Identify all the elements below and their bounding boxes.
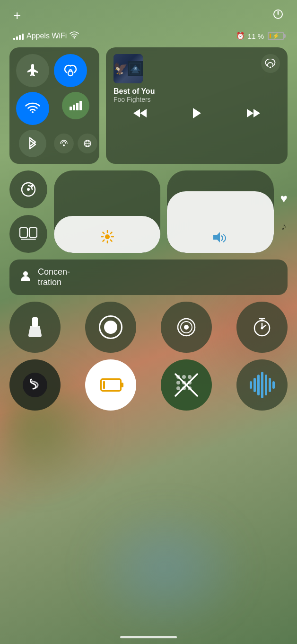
connectivity-panel xyxy=(9,47,99,164)
heart-icon[interactable]: ♥ xyxy=(280,191,288,206)
row-apps xyxy=(9,359,288,411)
np-top: ✦ xyxy=(114,54,280,83)
svg-rect-23 xyxy=(29,228,37,237)
voice-recognition-button[interactable] xyxy=(236,359,288,411)
battery-widget-outline xyxy=(100,378,122,392)
cellular-signal-icon xyxy=(70,101,82,110)
airdrop-small-button[interactable] xyxy=(54,134,74,153)
album-art-image: ✦ xyxy=(114,54,143,83)
alarm-icon: ⏰ xyxy=(236,32,245,40)
artist-name: Foo Fighters xyxy=(114,96,280,103)
dot-record-button[interactable] xyxy=(161,302,212,353)
control-center: ✦ Best of You xyxy=(0,47,297,411)
concentration-button[interactable]: Concen-tration xyxy=(9,259,288,295)
volume-slider[interactable] xyxy=(167,170,273,253)
screen-mirror-button[interactable] xyxy=(9,215,47,253)
person-icon xyxy=(19,269,32,286)
signal-bar-1 xyxy=(13,38,15,40)
flashlight-button[interactable] xyxy=(9,302,61,353)
wifi-toggle-button[interactable] xyxy=(16,92,49,125)
svg-line-30 xyxy=(103,233,104,234)
svg-point-2 xyxy=(68,71,73,76)
svg-marker-13 xyxy=(269,66,272,68)
svg-marker-15 xyxy=(133,109,140,117)
home-indicator[interactable] xyxy=(120,636,177,638)
svg-line-32 xyxy=(110,233,112,234)
top-bar: + xyxy=(0,0,297,27)
brightness-slider[interactable] xyxy=(54,170,160,253)
svg-marker-18 xyxy=(253,109,260,117)
status-bar: Appels WiFi ⏰ 11 % ⚡ xyxy=(0,27,297,47)
svg-line-33 xyxy=(103,240,104,242)
row-utilities xyxy=(9,302,288,353)
signal-bar-3 xyxy=(19,35,21,40)
brightness-icon xyxy=(101,230,114,246)
svg-rect-22 xyxy=(20,228,27,237)
svg-rect-36 xyxy=(32,317,38,327)
wifi-icon xyxy=(70,31,79,41)
svg-point-21 xyxy=(27,188,30,191)
rotation-lock-button[interactable] xyxy=(9,170,47,208)
signal-bar-2 xyxy=(16,36,18,40)
power-button[interactable] xyxy=(272,9,284,23)
record-inner-dot xyxy=(104,321,117,334)
volume-icon xyxy=(213,231,227,246)
top-bar-left: + xyxy=(13,9,21,22)
sliders-group xyxy=(54,170,274,253)
svg-text:✦: ✦ xyxy=(134,66,137,71)
battery-widget-button[interactable] xyxy=(85,359,136,411)
track-name: Best of You xyxy=(114,87,280,96)
row-connectivity-nowplaying: ✦ Best of You xyxy=(9,47,288,164)
play-button[interactable] xyxy=(191,107,203,122)
shazam-button[interactable] xyxy=(9,359,61,411)
signal-bars xyxy=(13,32,24,40)
airplay-button[interactable] xyxy=(261,54,280,73)
battery-percentage: 11 % xyxy=(248,32,264,40)
album-art: ✦ xyxy=(114,54,143,83)
timer-button[interactable] xyxy=(236,302,288,353)
airdrop-button[interactable] xyxy=(54,54,87,87)
top-bar-right xyxy=(272,9,284,23)
svg-marker-17 xyxy=(247,109,253,117)
camera-icon xyxy=(176,317,197,338)
status-left: Appels WiFi xyxy=(13,31,79,41)
battery-widget-fill xyxy=(103,381,105,389)
signal-bar-4 xyxy=(22,34,24,40)
add-button[interactable]: + xyxy=(13,9,21,22)
previous-track-button[interactable] xyxy=(133,108,147,121)
svg-point-44 xyxy=(182,375,186,379)
svg-marker-34 xyxy=(213,232,220,242)
svg-point-45 xyxy=(188,375,192,379)
svg-point-35 xyxy=(23,271,28,276)
svg-marker-14 xyxy=(140,109,147,117)
music-note-icon[interactable]: ♪ xyxy=(281,220,287,233)
side-icons: ♥ ♪ xyxy=(280,170,288,253)
cellular-button[interactable] xyxy=(62,92,89,119)
svg-point-49 xyxy=(176,386,180,390)
svg-point-3 xyxy=(63,144,65,146)
svg-marker-16 xyxy=(193,108,201,118)
svg-point-46 xyxy=(176,381,180,385)
np-controls xyxy=(114,107,280,122)
battery-widget-inner xyxy=(100,378,122,392)
screen-record-button[interactable] xyxy=(85,302,136,353)
status-right: ⏰ 11 % ⚡ xyxy=(236,32,284,40)
row-sliders: ♥ ♪ xyxy=(9,170,288,253)
dot-cancel-button[interactable] xyxy=(161,359,212,411)
screen: + Appels WiFi xyxy=(0,0,297,644)
battery-bolt-icon: ⚡ xyxy=(269,33,283,39)
battery-icon: ⚡ xyxy=(268,32,284,40)
svg-point-41 xyxy=(261,327,263,330)
screen-record-icon xyxy=(99,315,122,339)
dots-grid-icon xyxy=(175,373,198,397)
row-concentration: Concen-tration xyxy=(9,259,288,295)
globe-button[interactable] xyxy=(78,134,97,153)
svg-line-31 xyxy=(110,240,112,242)
bluetooth-button[interactable] xyxy=(19,130,46,157)
network-name: Appels WiFi xyxy=(26,32,67,40)
airplane-mode-button[interactable] xyxy=(16,54,49,87)
next-track-button[interactable] xyxy=(247,108,260,121)
concentration-label: Concen-tration xyxy=(38,267,70,287)
now-playing-panel: ✦ Best of You xyxy=(106,47,288,164)
svg-point-25 xyxy=(105,234,110,239)
